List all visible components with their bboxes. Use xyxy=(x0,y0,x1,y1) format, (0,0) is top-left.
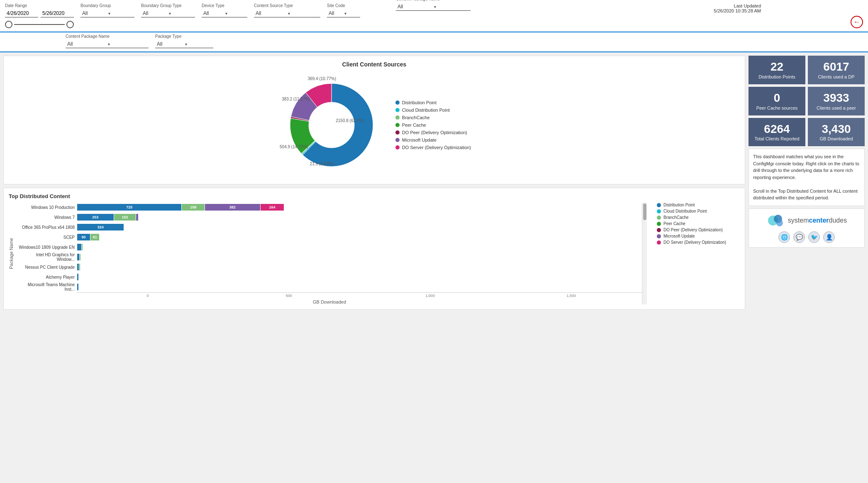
chevron-down-icon: ▾ xyxy=(434,5,469,9)
content-package-name-select[interactable]: All ▾ xyxy=(396,3,471,11)
logo-brand-text: systemcenterdudes xyxy=(788,217,847,224)
legend-item: Cloud Distribution Point xyxy=(395,108,471,113)
bar-legend-item: DO Server (Delivery Optimization) xyxy=(657,240,740,245)
top-distributed-content-card: Top Distributed Content Package Name Win… xyxy=(3,188,745,310)
bar-row: Alchemy Player xyxy=(17,272,642,282)
stat-num-pc: 0 xyxy=(753,92,800,105)
content-source-type-filter: Content Source Type All ▾ xyxy=(254,3,320,17)
package-type-select[interactable]: All ▾ xyxy=(155,40,213,48)
bar-row: Windows 7253152 xyxy=(17,213,642,222)
stat-num-tc: 6264 xyxy=(753,123,800,136)
client-content-sources-card: Client Content Sources 2150.8 (62.7%) 50… xyxy=(3,56,745,184)
stats-row-2: 0 Peer Cache sources 3933 Clients used a… xyxy=(749,87,865,115)
bar-x-axis: 0 500 1,000 1,500 xyxy=(77,292,642,298)
content-package-name-filter: Content Package Name All ▾ xyxy=(396,0,471,11)
slider-right-handle[interactable] xyxy=(66,21,74,28)
legend-item: DO Peer (Delivery Optimization) xyxy=(395,130,471,135)
boundary-group-type-filter: Boundary Group Type All ▾ xyxy=(141,3,195,17)
bar-legend-item: Microsoft Update xyxy=(657,234,740,238)
stat-label-pc: Peer Cache sources xyxy=(753,105,800,110)
bar-chart-inner: Windows 10 Production725158382164Windows… xyxy=(17,203,642,304)
content-source-type-label: Content Source Type xyxy=(254,3,320,8)
back-button[interactable]: ← xyxy=(851,16,863,28)
stat-label-tc: Total Clients Reported xyxy=(753,136,800,141)
donut-label-main: 2150.8 (62.7%) xyxy=(336,118,364,123)
info-box: This dashboard matches what you see in t… xyxy=(749,149,865,206)
svg-point-2 xyxy=(776,220,783,226)
legend-item: Distribution Point xyxy=(395,100,471,105)
info-text-2: Scroll in the Top Distributed Content fo… xyxy=(753,188,860,201)
device-type-select[interactable]: All ▾ xyxy=(202,10,247,17)
bar-legend-item: Peer Cache xyxy=(657,221,740,226)
stat-total-clients: 6264 Total Clients Reported xyxy=(749,118,805,147)
date-range-filter: Date Range xyxy=(5,3,74,28)
date-range-label: Date Range xyxy=(5,3,74,8)
legend-item: BranchCache xyxy=(395,115,471,120)
chevron-down-icon: ▾ xyxy=(185,42,212,47)
social-website-icon[interactable]: 🌐 xyxy=(778,231,790,243)
boundary-group-select[interactable]: All ▾ xyxy=(80,10,134,17)
bar-legend-item: Distribution Point xyxy=(657,203,740,207)
scrollbar[interactable] xyxy=(642,203,647,304)
stat-clients-peer: 3933 Clients used a peer xyxy=(808,87,865,115)
legend-item: Microsoft Update xyxy=(395,137,471,142)
content-package-name-select-r2[interactable]: All ▾ xyxy=(66,40,149,48)
bar-row: Office 365 ProPlus x64 1808324 xyxy=(17,223,642,232)
bar-rows: Windows 10 Production725158382164Windows… xyxy=(17,203,642,292)
chevron-down-icon: ▾ xyxy=(108,11,133,16)
chevron-down-icon: ▾ xyxy=(288,11,319,16)
stat-label-cdp: Clients used a DP xyxy=(813,74,860,79)
content-package-name-filter-row2: Content Package Name All ▾ xyxy=(66,34,149,48)
device-type-filter: Device Type All ▾ xyxy=(202,3,247,17)
date-to-input[interactable] xyxy=(41,10,74,17)
stat-gb-downloaded: 3,430 GB Downloaded xyxy=(808,118,865,147)
chevron-down-icon: ▾ xyxy=(225,11,246,16)
content-source-type-select[interactable]: All ▾ xyxy=(254,10,320,17)
bar-legend-item: BranchCache xyxy=(657,215,740,220)
last-updated-label: Last Updated xyxy=(714,3,761,8)
package-type-label: Package Type xyxy=(155,34,213,39)
legend-item: Peer Cache xyxy=(395,123,471,127)
social-facebook-icon[interactable]: 👤 xyxy=(823,231,835,243)
bar-row: Intel HD Graphics for Window... xyxy=(17,253,642,262)
bar-row: Nessus PC Client Upgrade xyxy=(17,262,642,272)
stat-label-dp: Distribution Points xyxy=(753,74,800,79)
bar-legend-item: Cloud Distribution Point xyxy=(657,209,740,213)
stat-clients-dp: 6017 Clients used a DP xyxy=(808,56,865,84)
stats-row-1: 22 Distribution Points 6017 Clients used… xyxy=(749,56,865,84)
last-updated-value: 5/26/2020 10:35:28 AM xyxy=(714,8,761,13)
device-type-label: Device Type xyxy=(202,3,247,8)
social-chat-icon[interactable]: 💬 xyxy=(793,231,805,243)
date-from-input[interactable] xyxy=(5,10,38,17)
stats-row-3: 6264 Total Clients Reported 3,430 GB Dow… xyxy=(749,118,865,147)
content-package-name-label: Content Package Name xyxy=(396,0,471,1)
package-type-filter: Package Type All ▾ xyxy=(155,34,213,48)
bar-x-label: GB Downloaded xyxy=(17,299,642,304)
donut-label-msupdate: 383.2 (11.17%) xyxy=(282,97,310,101)
bar-legend-item: DO Peer (Delivery Optimization) xyxy=(657,228,740,232)
slider-left-handle[interactable] xyxy=(5,21,12,28)
site-code-select[interactable]: All ▾ xyxy=(327,10,360,17)
scrollbar-thumb[interactable] xyxy=(643,203,646,220)
donut-label-doserver: 369.4 (10.77%) xyxy=(308,76,336,81)
stat-label-cp: Clients used a peer xyxy=(813,105,860,110)
stat-num-gb: 3,430 xyxy=(813,123,860,136)
chevron-down-icon: ▾ xyxy=(108,42,147,47)
top-bar: Date Range Boundary Group All ▾ Boundary… xyxy=(0,0,868,32)
logo-area: systemcenterdudes 🌐 💬 🐦 👤 xyxy=(749,208,865,248)
bar-chart-title: Top Distributed Content xyxy=(9,193,740,199)
stat-num-dp: 22 xyxy=(753,61,800,74)
boundary-group-type-select[interactable]: All ▾ xyxy=(141,10,195,17)
last-updated-section: Last Updated 5/26/2020 10:35:28 AM xyxy=(714,3,761,13)
social-twitter-icon[interactable]: 🐦 xyxy=(808,231,820,243)
filter-row-2: Content Package Name All ▾ Package Type … xyxy=(0,32,868,52)
legend-item: DO Server (Delivery Optimization) xyxy=(395,145,471,150)
site-code-filter: Site Code All ▾ xyxy=(327,3,360,17)
slider-track xyxy=(14,24,65,25)
bar-legend: Distribution PointCloud Distribution Poi… xyxy=(657,203,740,304)
donut-label-dopeer: 21.9 (0.64%) xyxy=(310,162,334,166)
stat-num-cdp: 6017 xyxy=(813,61,860,74)
stat-label-gb: GB Downloaded xyxy=(813,136,860,141)
boundary-group-label: Boundary Group xyxy=(80,3,134,8)
chevron-down-icon: ▾ xyxy=(344,11,358,16)
